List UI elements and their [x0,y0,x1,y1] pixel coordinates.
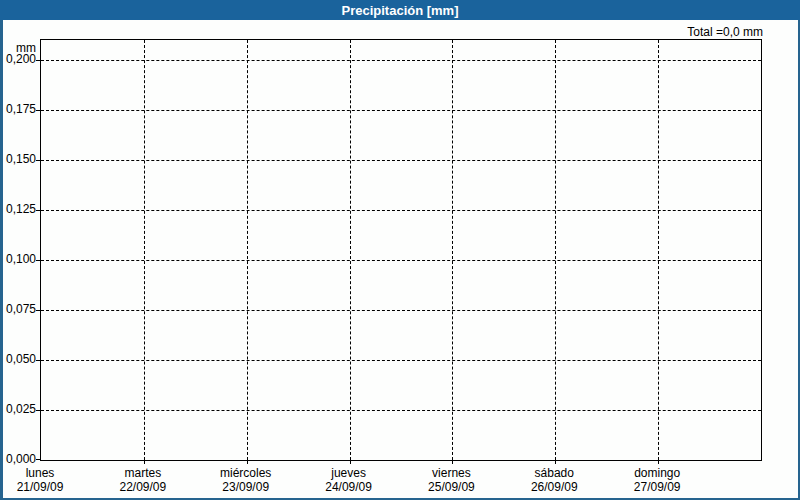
x-tick-date: 24/09/09 [297,480,401,494]
precipitation-chart-window: Precipitación [mm] Total =0,0 mm mm 0,00… [0,0,800,500]
x-tick-day: martes [91,466,195,480]
x-tick-day: viernes [399,466,503,480]
x-tick-date: 23/09/09 [194,480,298,494]
x-tick-date: 21/09/09 [0,480,92,494]
x-tick-date: 25/09/09 [399,480,503,494]
x-tick-label: domingo27/09/09 [605,466,709,494]
x-tick-label: lunes21/09/09 [0,466,92,494]
x-tick-day: miércoles [194,466,298,480]
x-tick-day: lunes [0,466,92,480]
x-tick-label: miércoles23/09/09 [194,466,298,494]
x-tick-day: domingo [605,466,709,480]
x-tick-label: martes22/09/09 [91,466,195,494]
x-axis-labels: lunes21/09/09martes22/09/09miércoles23/0… [0,0,800,500]
x-tick-date: 22/09/09 [91,480,195,494]
x-tick-day: jueves [297,466,401,480]
x-tick-date: 27/09/09 [605,480,709,494]
x-tick-label: sábado26/09/09 [502,466,606,494]
x-tick-label: jueves24/09/09 [297,466,401,494]
x-tick-day: sábado [502,466,606,480]
x-tick-label: viernes25/09/09 [399,466,503,494]
x-tick-date: 26/09/09 [502,480,606,494]
